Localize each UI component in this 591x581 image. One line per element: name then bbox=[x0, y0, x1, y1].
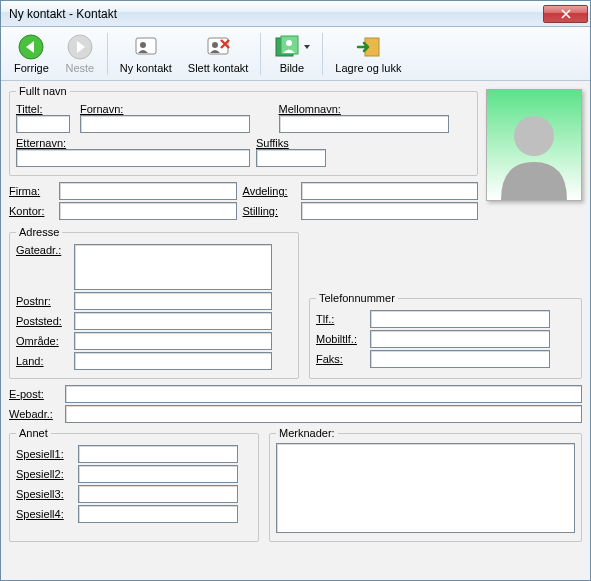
special4-input[interactable] bbox=[78, 505, 238, 523]
person-icon bbox=[491, 100, 577, 200]
area-input[interactable] bbox=[74, 332, 272, 350]
notes-group: Merknader: bbox=[269, 427, 582, 542]
special4-label: Spesiell4: bbox=[16, 508, 72, 520]
new-contact-icon bbox=[132, 33, 160, 61]
special3-label: Spesiell3: bbox=[16, 488, 72, 500]
svg-point-10 bbox=[514, 116, 554, 156]
window-title: Ny kontakt - Kontakt bbox=[9, 7, 543, 21]
area-label: Område: bbox=[16, 335, 68, 347]
special2-label: Spesiell2: bbox=[16, 468, 72, 480]
content-area: Fullt navn Tittel: Fornavn: Mellomnavn: bbox=[1, 81, 590, 580]
lastname-label: Etternavn: bbox=[16, 137, 250, 149]
poststed-label: Poststed: bbox=[16, 315, 68, 327]
save-close-icon bbox=[354, 33, 382, 61]
phone-label: Tlf.: bbox=[316, 313, 364, 325]
department-label: Avdeling: bbox=[243, 185, 295, 197]
suffix-input[interactable] bbox=[256, 149, 326, 167]
new-contact-label: Ny kontakt bbox=[120, 62, 172, 74]
street-input[interactable] bbox=[74, 244, 272, 290]
close-icon bbox=[561, 9, 571, 19]
company-label: Firma: bbox=[9, 185, 53, 197]
fax-label: Faks: bbox=[316, 353, 364, 365]
save-close-label: Lagre og lukk bbox=[335, 62, 401, 74]
lastname-input[interactable] bbox=[16, 149, 250, 167]
special2-input[interactable] bbox=[78, 465, 238, 483]
next-button[interactable]: Neste bbox=[58, 30, 102, 78]
mobile-input[interactable] bbox=[370, 330, 550, 348]
back-label: Forrige bbox=[14, 62, 49, 74]
image-label: Bilde bbox=[280, 62, 304, 74]
poststed-input[interactable] bbox=[74, 312, 272, 330]
country-input[interactable] bbox=[74, 352, 272, 370]
svg-point-8 bbox=[286, 40, 292, 46]
phone-group: Telefonnummer Tlf.: Mobiltlf.: Faks: bbox=[309, 292, 582, 379]
title-input[interactable] bbox=[16, 115, 70, 133]
postno-input[interactable] bbox=[74, 292, 272, 310]
special3-input[interactable] bbox=[78, 485, 238, 503]
back-button[interactable]: Forrige bbox=[7, 30, 56, 78]
department-input[interactable] bbox=[301, 182, 479, 200]
office-input[interactable] bbox=[59, 202, 237, 220]
delete-contact-icon bbox=[204, 33, 232, 61]
middlename-label: Mellomnavn: bbox=[279, 103, 472, 115]
middlename-input[interactable] bbox=[279, 115, 449, 133]
delete-contact-label: Slett kontakt bbox=[188, 62, 249, 74]
toolbar-separator bbox=[107, 33, 108, 75]
phone-input[interactable] bbox=[370, 310, 550, 328]
firstname-label: Fornavn: bbox=[80, 103, 273, 115]
other-group: Annet Spesiell1: Spesiell2: Spesiell3: S… bbox=[9, 427, 259, 542]
position-input[interactable] bbox=[301, 202, 479, 220]
next-icon bbox=[66, 33, 94, 61]
address-legend: Adresse bbox=[16, 226, 62, 238]
toolbar-separator bbox=[260, 33, 261, 75]
firstname-input[interactable] bbox=[80, 115, 250, 133]
address-group: Adresse Gateadr.: Postnr: Poststed: Områ… bbox=[9, 226, 299, 379]
save-close-button[interactable]: Lagre og lukk bbox=[328, 30, 408, 78]
image-icon bbox=[273, 33, 301, 61]
back-icon bbox=[17, 33, 45, 61]
chevron-down-icon bbox=[304, 45, 310, 49]
image-button[interactable]: Bilde bbox=[266, 30, 317, 78]
email-input[interactable] bbox=[65, 385, 582, 403]
position-label: Stilling: bbox=[243, 205, 295, 217]
titlebar: Ny kontakt - Kontakt bbox=[1, 1, 590, 27]
delete-contact-button[interactable]: Slett kontakt bbox=[181, 30, 256, 78]
notes-legend: Merknader: bbox=[276, 427, 338, 439]
toolbar-separator bbox=[322, 33, 323, 75]
street-label: Gateadr.: bbox=[16, 244, 68, 256]
special1-label: Spesiell1: bbox=[16, 448, 72, 460]
contact-photo[interactable] bbox=[486, 89, 582, 201]
title-label: Tittel: bbox=[16, 103, 74, 115]
svg-point-3 bbox=[140, 42, 146, 48]
next-label: Neste bbox=[65, 62, 94, 74]
suffix-label: Suffiks bbox=[256, 137, 326, 149]
fullname-group: Fullt navn Tittel: Fornavn: Mellomnavn: bbox=[9, 85, 478, 176]
toolbar: Forrige Neste Ny kontakt Slett kontakt B… bbox=[1, 27, 590, 81]
special1-input[interactable] bbox=[78, 445, 238, 463]
web-label: Webadr.: bbox=[9, 408, 59, 420]
new-contact-button[interactable]: Ny kontakt bbox=[113, 30, 179, 78]
fullname-legend: Fullt navn bbox=[16, 85, 70, 97]
postno-label: Postnr: bbox=[16, 295, 68, 307]
mobile-label: Mobiltlf.: bbox=[316, 333, 364, 345]
office-label: Kontor: bbox=[9, 205, 53, 217]
web-input[interactable] bbox=[65, 405, 582, 423]
svg-point-5 bbox=[212, 42, 218, 48]
other-legend: Annet bbox=[16, 427, 51, 439]
close-button[interactable] bbox=[543, 5, 588, 23]
notes-input[interactable] bbox=[276, 443, 575, 533]
country-label: Land: bbox=[16, 355, 68, 367]
company-input[interactable] bbox=[59, 182, 237, 200]
fax-input[interactable] bbox=[370, 350, 550, 368]
email-label: E-post: bbox=[9, 388, 59, 400]
phone-legend: Telefonnummer bbox=[316, 292, 398, 304]
